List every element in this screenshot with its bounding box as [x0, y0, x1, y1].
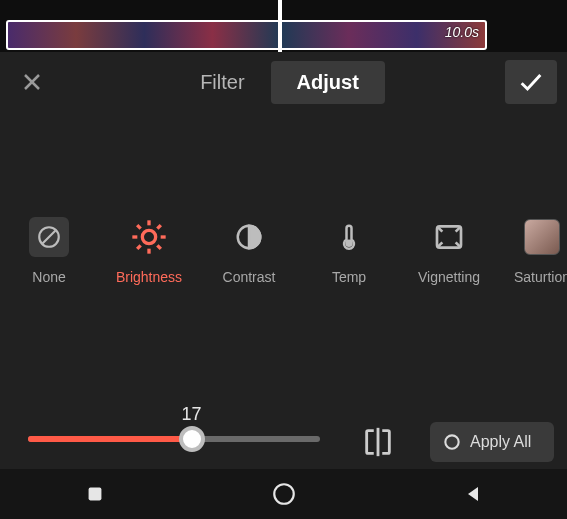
adjust-slider[interactable]: 17	[28, 436, 320, 442]
svg-point-19	[274, 484, 294, 504]
option-label: Brightness	[116, 269, 182, 285]
contrast-icon	[234, 222, 264, 252]
option-label: None	[32, 269, 65, 285]
svg-point-17	[445, 435, 458, 448]
nav-item-left[interactable]	[78, 477, 112, 511]
compare-button[interactable]	[358, 422, 398, 462]
option-none[interactable]: None	[14, 217, 84, 285]
none-icon	[36, 224, 62, 250]
svg-point-4	[142, 230, 155, 243]
tab-filter[interactable]: Filter	[174, 61, 270, 104]
svg-point-14	[347, 241, 352, 246]
nav-item-center[interactable]	[267, 477, 301, 511]
square-icon	[84, 483, 106, 505]
option-label: Contrast	[223, 269, 276, 285]
adjust-panel: Filter Adjust None Brightness Contrast	[0, 52, 567, 519]
close-icon	[20, 70, 44, 94]
close-button[interactable]	[10, 60, 54, 104]
option-temp[interactable]: Temp	[314, 217, 384, 285]
clip-duration-label: 10.0s	[445, 24, 479, 40]
slider-thumb[interactable]	[179, 426, 205, 452]
check-icon	[517, 68, 545, 96]
svg-line-9	[137, 225, 141, 229]
svg-line-12	[157, 225, 161, 229]
apply-all-button[interactable]: Apply All	[430, 422, 554, 462]
brightness-icon	[129, 217, 169, 257]
circle-icon	[442, 432, 462, 452]
svg-line-10	[157, 245, 161, 249]
saturation-icon	[524, 219, 560, 255]
circle-outline-icon	[271, 481, 297, 507]
option-saturation[interactable]: Saturtion	[514, 217, 567, 285]
nav-item-right[interactable]	[456, 477, 490, 511]
compare-icon	[361, 425, 395, 459]
triangle-icon	[461, 482, 485, 506]
slider-value: 17	[28, 404, 320, 425]
timeline[interactable]: 10.0s	[0, 0, 567, 52]
slider-fill	[28, 436, 192, 442]
adjust-options-row[interactable]: None Brightness Contrast Temp Vignetting…	[0, 217, 567, 285]
video-clip[interactable]	[6, 20, 487, 50]
slider-track[interactable]	[28, 436, 320, 442]
panel-header: Filter Adjust	[0, 52, 567, 112]
tab-bar: Filter Adjust	[62, 61, 497, 104]
svg-rect-18	[88, 488, 101, 501]
playhead[interactable]	[278, 0, 282, 52]
option-label: Saturtion	[514, 269, 567, 285]
thermometer-icon	[334, 222, 364, 252]
apply-all-label: Apply All	[470, 433, 531, 451]
tab-adjust[interactable]: Adjust	[271, 61, 385, 104]
confirm-button[interactable]	[505, 60, 557, 104]
option-label: Temp	[332, 269, 366, 285]
option-contrast[interactable]: Contrast	[214, 217, 284, 285]
option-brightness[interactable]: Brightness	[114, 217, 184, 285]
option-label: Vignetting	[418, 269, 480, 285]
bottom-nav	[0, 469, 567, 519]
option-vignetting[interactable]: Vignetting	[414, 217, 484, 285]
svg-line-3	[43, 231, 56, 244]
vignette-icon	[433, 221, 465, 253]
svg-line-11	[137, 245, 141, 249]
